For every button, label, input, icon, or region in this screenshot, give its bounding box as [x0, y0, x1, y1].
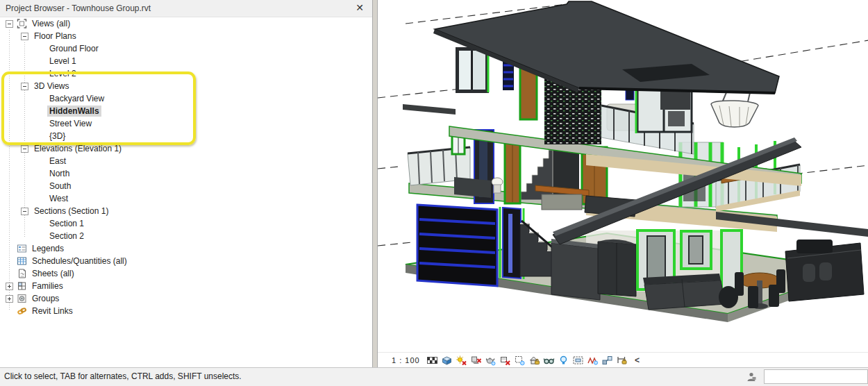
- tree-item-label: East: [47, 156, 68, 167]
- tree-indent: [0, 36, 21, 37]
- revit-links-icon: [17, 306, 27, 316]
- shelf-canopy-left: [403, 104, 456, 115]
- tree-item-label: 3D Views: [32, 81, 71, 92]
- temporary-view-properties-icon[interactable]: [571, 353, 585, 367]
- tree-item-sections-section-1[interactable]: Sections (Section 1): [0, 205, 372, 217]
- tree-item-revit-links[interactable]: Revit Links: [0, 305, 372, 317]
- tree-item-section-2[interactable]: Section 2: [0, 230, 372, 242]
- tree-item-views-all[interactable]: Views (all): [0, 17, 372, 30]
- 3d-model-townhouse[interactable]: [378, 0, 868, 353]
- tree-item-groups[interactable]: Groups: [0, 292, 372, 305]
- tree-indent: [0, 186, 47, 187]
- temporary-hide-isolate-icon[interactable]: [542, 353, 556, 367]
- tree-item-label: Revit Links: [30, 305, 75, 317]
- drawing-area-3d-view[interactable]: 1 : 100 <: [377, 0, 868, 368]
- status-message: Click to select, TAB for alternates, CTR…: [4, 371, 242, 381]
- close-icon[interactable]: ✕: [354, 2, 365, 13]
- desk-middle[interactable]: [535, 185, 589, 210]
- tree-item-legends[interactable]: Legends: [0, 242, 372, 255]
- displacement-sets-icon[interactable]: [600, 353, 615, 367]
- tree-indent: [0, 261, 17, 262]
- tree-indent: [0, 61, 47, 62]
- view-control-icons: [425, 353, 629, 367]
- tree-item-label: Views (all): [30, 18, 72, 29]
- tree-item-east[interactable]: East: [0, 155, 372, 167]
- tree-indent: [0, 274, 17, 274]
- tree-item-floor-plans[interactable]: Floor Plans: [0, 30, 372, 42]
- tree-item-label: Schedules/Quantities (all): [30, 255, 129, 267]
- collapse-toggle-icon[interactable]: [21, 145, 28, 153]
- tree-item-label: South: [47, 181, 73, 192]
- project-browser-title: Project Browser - Townhouse Group.rvt: [6, 3, 151, 13]
- analytical-model-icon[interactable]: [585, 353, 600, 367]
- rendering-dialog-icon[interactable]: [483, 353, 498, 367]
- project-browser-titlebar[interactable]: Project Browser - Townhouse Group.rvt ✕: [0, 0, 372, 17]
- visual-style-icon[interactable]: [440, 353, 454, 367]
- crop-view-icon[interactable]: [498, 353, 512, 367]
- tree-item-label: Groups: [30, 293, 61, 304]
- tree-item-families[interactable]: Families: [0, 280, 372, 292]
- tree-item-sheets-all[interactable]: Sheets (all): [0, 267, 372, 280]
- tree-indent: [0, 199, 47, 199]
- reveal-hidden-elements-icon[interactable]: [556, 353, 571, 367]
- tree-item-hiddenwalls[interactable]: HiddenWalls: [0, 105, 372, 117]
- worksharing-user-icon[interactable]: [746, 371, 757, 383]
- tree-item-label: Backyard View: [47, 93, 106, 104]
- sun-path-icon[interactable]: [454, 353, 469, 367]
- wood-door-1[interactable]: [505, 142, 520, 203]
- tree-item-3d-views[interactable]: 3D Views: [0, 80, 372, 92]
- sheets-icon: [17, 269, 27, 278]
- shadows-icon[interactable]: [469, 353, 483, 367]
- tree-item-3d[interactable]: {3D}: [0, 130, 372, 142]
- status-filter-field[interactable]: [764, 369, 868, 384]
- window-top-left[interactable]: [456, 47, 489, 93]
- tree-item-ground-floor[interactable]: Ground Floor: [0, 42, 372, 55]
- tree-indent: [0, 161, 47, 162]
- entry-door-blue[interactable]: [503, 208, 521, 278]
- tree-indent: [0, 236, 47, 237]
- tree-item-south[interactable]: South: [0, 180, 372, 192]
- garage-door[interactable]: [417, 205, 497, 286]
- sofa[interactable]: [643, 274, 725, 310]
- collapse-toggle-icon[interactable]: [21, 208, 28, 215]
- tree-item-label: Elevations (Elevation 1): [32, 143, 124, 154]
- expand-toggle-icon[interactable]: [6, 283, 13, 290]
- tree-indent: [0, 86, 21, 87]
- tree-indent: [0, 286, 6, 287]
- tree-indent: [0, 299, 6, 299]
- crop-region-icon[interactable]: [512, 353, 527, 367]
- reveal-constraints-icon[interactable]: [615, 353, 629, 367]
- locked-3d-view-icon[interactable]: [527, 353, 542, 367]
- tree-item-label: Sheets (all): [30, 268, 76, 279]
- view-control-bar: 1 : 100 <: [378, 352, 868, 368]
- expand-toggle-icon[interactable]: [6, 295, 13, 303]
- collapse-arrow-icon[interactable]: <: [635, 355, 640, 365]
- tree-item-schedules-quantities-all[interactable]: Schedules/Quantities (all): [0, 255, 372, 267]
- tree-item-label: Level 1: [47, 56, 78, 67]
- tree-item-section-1[interactable]: Section 1: [0, 217, 372, 230]
- detail-level-icon[interactable]: [425, 353, 440, 367]
- collapse-toggle-icon[interactable]: [6, 20, 13, 28]
- tree-item-label: Ground Floor: [47, 43, 101, 54]
- tree-item-label: HiddenWalls: [47, 106, 101, 117]
- collapse-toggle-icon[interactable]: [21, 83, 28, 90]
- tree-item-label: West: [47, 193, 70, 204]
- tree-item-label: Street View: [47, 118, 94, 129]
- tree-item-backyard-view[interactable]: Backyard View: [0, 92, 372, 105]
- tree-indent: [0, 74, 47, 74]
- tree-item-west[interactable]: West: [0, 192, 372, 205]
- tree-item-level-1[interactable]: Level 1: [0, 55, 372, 67]
- scale-button[interactable]: 1 : 100: [392, 356, 425, 364]
- tree-indent: [0, 311, 17, 312]
- outdoor-kitchen[interactable]: [785, 240, 864, 301]
- tree-item-elevations-elevation-1[interactable]: Elevations (Elevation 1): [0, 142, 372, 155]
- tree-indent: [0, 124, 47, 124]
- collapse-toggle-icon[interactable]: [21, 33, 28, 40]
- tree-item-street-view[interactable]: Street View: [0, 117, 372, 130]
- kitchen-cabinets[interactable]: [551, 239, 636, 300]
- legends-icon: [17, 244, 27, 253]
- tree-item-level-2[interactable]: Level 2: [0, 67, 372, 80]
- tree-item-label: {3D}: [47, 131, 67, 142]
- tree-indent: [0, 224, 47, 224]
- tree-item-north[interactable]: North: [0, 167, 372, 180]
